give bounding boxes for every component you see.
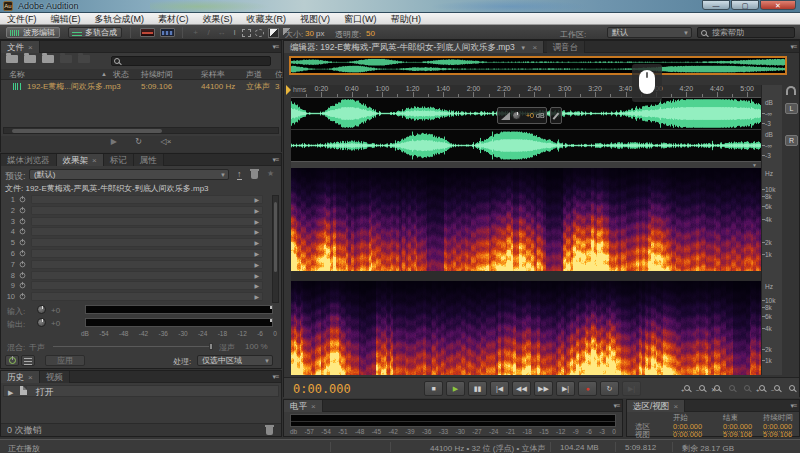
power-icon[interactable]: [20, 261, 26, 267]
zoom-selection-edge-button[interactable]: [740, 382, 754, 395]
close-button[interactable]: ✕: [760, 0, 796, 10]
record-button[interactable]: ●: [578, 381, 597, 396]
column-header-持续时间[interactable]: 持续时间: [141, 69, 173, 80]
panel-menu-icon[interactable]: ▾≡: [272, 156, 278, 164]
wet-value[interactable]: 100 %: [245, 342, 268, 351]
spectrogram-left-canvas[interactable]: [291, 168, 761, 271]
power-icon[interactable]: [20, 251, 26, 257]
skip-to-start-button[interactable]: |◀: [490, 381, 509, 396]
effects-slot-row[interactable]: 9▶: [5, 281, 263, 290]
rewind-button[interactable]: ◀◀: [512, 381, 531, 396]
menu-item-素材(C)[interactable]: 素材(C): [151, 13, 196, 25]
tab-mixer[interactable]: 调音台: [547, 41, 586, 53]
files-search-input[interactable]: [111, 56, 271, 66]
history-entry-row[interactable]: ▶ 打开: [3, 385, 279, 397]
power-icon[interactable]: [20, 207, 26, 213]
effects-slot-row[interactable]: 6▶: [5, 249, 263, 258]
panel-menu-icon[interactable]: ▾≡: [272, 43, 278, 51]
process-dropdown[interactable]: 仅选中区域 ▼: [197, 355, 273, 366]
slot-bar[interactable]: ▶: [31, 260, 263, 269]
spectrogram-right-channel[interactable]: [291, 281, 761, 375]
close-icon[interactable]: ×: [28, 43, 33, 52]
power-icon[interactable]: [20, 272, 26, 278]
scrollbar-thumb[interactable]: [12, 129, 162, 133]
menu-item-窗口(W)[interactable]: 窗口(W): [337, 13, 384, 25]
fast-forward-button[interactable]: ▶▶: [534, 381, 553, 396]
effects-slot-row[interactable]: 1▶: [5, 195, 263, 204]
marquee-selection-tool-icon[interactable]: [242, 29, 251, 37]
slot-arrow-icon[interactable]: ▶: [254, 282, 259, 291]
tab-selection-view[interactable]: 选区/视图×: [627, 400, 685, 412]
power-icon[interactable]: [20, 218, 26, 224]
menu-item-编辑(E)[interactable]: 编辑(E): [44, 13, 88, 25]
import-file-icon[interactable]: [24, 55, 36, 63]
rack-power-button[interactable]: [5, 355, 19, 366]
zoom-out-button[interactable]: −: [695, 382, 709, 395]
delete-preset-icon[interactable]: [251, 171, 258, 179]
loop-playback-button[interactable]: ↻: [600, 381, 619, 396]
chevron-down-icon[interactable]: ▼: [520, 45, 526, 51]
input-gain-knob[interactable]: [37, 305, 46, 314]
waveform-right-channel[interactable]: [291, 130, 761, 161]
fade-icon[interactable]: [501, 112, 510, 120]
spectrogram-left-channel[interactable]: [291, 168, 761, 271]
channel-button-right[interactable]: R: [785, 135, 798, 146]
panel-menu-icon[interactable]: ▾≡: [790, 402, 796, 410]
mix-slider-track[interactable]: [53, 346, 213, 347]
lasso-selection-tool-icon[interactable]: [255, 29, 264, 37]
minimize-button[interactable]: —: [702, 0, 730, 10]
title-bar[interactable]: Au Adobe Audition — ▢ ✕: [0, 0, 800, 13]
gain-hud[interactable]: +0 dB: [497, 107, 547, 124]
close-file-icon[interactable]: [78, 55, 90, 63]
file-list-row[interactable]: 192-E黄梅...间欢乐多.mp35:09.10644100 Hz立体声3: [1, 81, 281, 92]
menu-item-收藏夹(R)[interactable]: 收藏夹(R): [240, 13, 294, 25]
waveform-view-icon[interactable]: [140, 28, 155, 37]
time-selection-tool-icon[interactable]: I: [229, 28, 240, 38]
zoom-in-button[interactable]: +: [680, 382, 694, 395]
time-display[interactable]: 0:00.000: [293, 382, 351, 396]
rack-list-toggle-button[interactable]: [21, 355, 35, 366]
stop-button[interactable]: ■: [424, 381, 443, 396]
slot-arrow-icon[interactable]: ▶: [254, 228, 259, 237]
slot-arrow-icon[interactable]: ▶: [254, 239, 259, 248]
opacity-value[interactable]: 50: [366, 29, 375, 38]
scrollbar-thumb[interactable]: [274, 202, 277, 272]
maximize-button[interactable]: ▢: [731, 0, 759, 10]
overview-waveform-canvas[interactable]: [291, 58, 785, 73]
preset-dropdown[interactable]: (默认) ▼: [29, 169, 229, 180]
slot-arrow-icon[interactable]: ▶: [254, 272, 259, 281]
files-hscrollbar[interactable]: [3, 127, 279, 134]
menu-item-视图(V)[interactable]: 视图(V): [293, 13, 337, 25]
tab-属性[interactable]: 属性: [134, 154, 164, 166]
menu-item-帮助(H)[interactable]: 帮助(H): [384, 13, 429, 25]
slot-bar[interactable]: ▶: [31, 227, 263, 236]
slot-arrow-icon[interactable]: ▶: [254, 207, 259, 216]
close-icon[interactable]: ×: [311, 402, 316, 411]
effects-slot-row[interactable]: 7▶: [5, 260, 263, 269]
tab-标记[interactable]: 标记: [104, 154, 134, 166]
spectrogram-right-canvas[interactable]: [291, 281, 761, 375]
save-preset-icon[interactable]: ↑: [237, 169, 242, 180]
tab-效果架[interactable]: 效果架×: [57, 154, 104, 166]
power-icon[interactable]: [20, 240, 26, 246]
effects-slot-row[interactable]: 10▶: [5, 292, 263, 301]
apply-button[interactable]: 应用: [45, 355, 85, 366]
hud-gain-knob[interactable]: [512, 111, 521, 120]
slot-bar[interactable]: ▶: [31, 292, 263, 301]
hud-pin-button[interactable]: [550, 107, 562, 124]
tab-视频[interactable]: 视频: [40, 371, 70, 383]
trash-icon[interactable]: [266, 427, 273, 435]
menu-item-文件(F)[interactable]: 文件(F): [0, 13, 44, 25]
slot-bar[interactable]: ▶: [31, 238, 263, 247]
close-icon[interactable]: ×: [92, 156, 97, 165]
power-icon[interactable]: [20, 229, 26, 235]
playhead-marker[interactable]: [286, 85, 291, 95]
panel-menu-icon[interactable]: ▾≡: [613, 402, 619, 410]
overview-strip[interactable]: [289, 56, 787, 75]
tab-媒体浏览器[interactable]: 媒体浏览器: [1, 154, 57, 166]
waveform-right-canvas[interactable]: [291, 130, 761, 161]
new-file-icon[interactable]: [42, 55, 54, 63]
zoom-in-amplitude-button[interactable]: +: [755, 382, 769, 395]
effects-slot-row[interactable]: 3▶: [5, 217, 263, 226]
power-icon[interactable]: [20, 197, 26, 203]
